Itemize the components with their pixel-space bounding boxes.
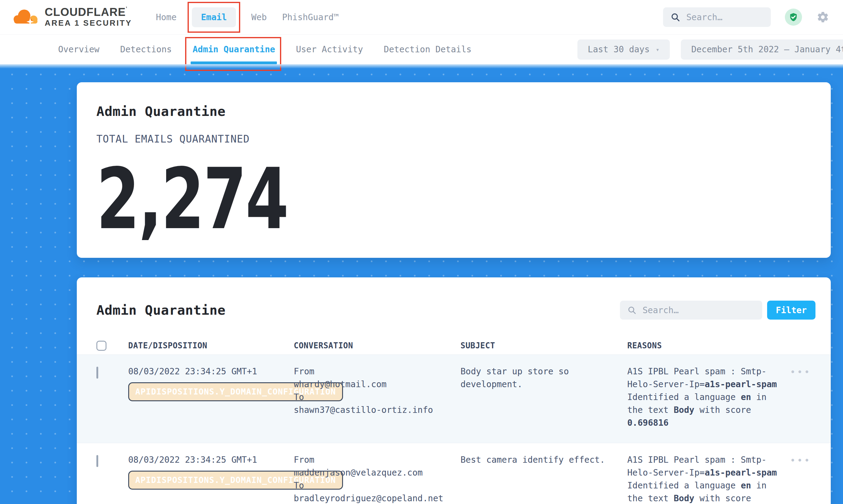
column-header-date-disposition: DATE/DISPOSITION (128, 341, 294, 350)
summary-card: Admin Quarantine TOTAL EMAILS QUARANTINE… (77, 82, 831, 258)
tab-admin-quarantine[interactable]: Admin Quarantine (192, 44, 276, 55)
conversation-cell: From whardy@hotmail.com To shawn37@casti… (294, 365, 460, 429)
select-all-checkbox[interactable] (96, 341, 106, 351)
table-body: 08/03/2022 23:34:25 GMT+1 APIDISPOSITION… (77, 355, 831, 504)
date-controls: Last 30 days ▾ December 5th 2022 — Janua… (577, 39, 843, 60)
nav-item-email-wrap: Email (192, 7, 236, 27)
row-checkbox[interactable] (96, 367, 98, 379)
tab-user-activity[interactable]: User Activity (295, 44, 364, 55)
nav-item-home[interactable]: Home (156, 12, 177, 22)
from-address: maddenjason@velazquez.com (294, 466, 460, 479)
section-tabs: Overview Detections Admin Quarantine Use… (57, 44, 472, 55)
table-row: 08/03/2022 23:34:25 GMT+1 APIDISPOSITION… (77, 443, 831, 504)
table-header-row: DATE/DISPOSITION CONVERSATION SUBJECT RE… (77, 337, 831, 355)
date-disposition-cell: 08/03/2022 23:34:25 GMT+1 APIDISPOSITION… (128, 365, 294, 429)
cloudflare-cloud-icon (12, 8, 40, 26)
top-nav: CLOUDFLARE’ AREA 1 SECURITY Home Email W… (0, 0, 843, 35)
shield-check-icon (789, 12, 798, 22)
subject-cell: Body star up store so development. (460, 365, 617, 429)
column-header-reasons: REASONS (627, 341, 780, 350)
gear-icon (816, 11, 829, 23)
from-label: From (294, 453, 460, 466)
global-search[interactable] (663, 7, 771, 27)
trademark-mark: ’ (126, 6, 127, 11)
search-icon (670, 12, 680, 22)
column-header-conversation: CONVERSATION (294, 341, 460, 350)
row-actions-button[interactable]: ••• (790, 365, 811, 377)
section-nav: Overview Detections Admin Quarantine Use… (0, 35, 843, 64)
conversation-cell: From maddenjason@velazquez.com To bradle… (294, 453, 460, 504)
metric-label: TOTAL EMAILS QUARANTINED (96, 133, 811, 145)
row-date: 08/03/2022 23:34:25 GMT+1 (128, 365, 294, 378)
global-search-input[interactable] (686, 12, 763, 22)
chevron-down-icon: ▾ (656, 46, 660, 53)
date-disposition-cell: 08/03/2022 23:34:25 GMT+1 APIDISPOSITION… (128, 453, 294, 504)
row-actions-button[interactable]: ••• (790, 453, 811, 465)
date-range-button[interactable]: December 5th 2022 — January 4th 2023 (681, 39, 843, 60)
period-dropdown-label: Last 30 days (588, 44, 650, 54)
annotation-box-email (188, 2, 240, 33)
table-card-header: Admin Quarantine Filter (77, 301, 831, 320)
cloudflare-logo: CLOUDFLARE’ AREA 1 SECURITY (12, 6, 132, 28)
reasons-cell: A1S IPBL Pearl spam : Smtp-Helo-Server-I… (627, 453, 780, 504)
to-address: shawn37@castillo-ortiz.info (294, 404, 460, 416)
table-card-title: Admin Quarantine (96, 303, 226, 318)
table-search-input[interactable] (643, 305, 755, 315)
row-checkbox[interactable] (96, 455, 98, 467)
row-date: 08/03/2022 23:34:25 GMT+1 (128, 453, 294, 466)
to-address: bradleyrodriguez@copeland.net (294, 492, 460, 504)
top-nav-items: Home Email Web PhishGuard™ (156, 7, 339, 27)
top-nav-right (663, 7, 829, 27)
date-range-label: December 5th 2022 — January 4th 2023 (691, 44, 843, 54)
account-status-badge[interactable] (785, 8, 802, 26)
annotation-box-admin-quarantine (185, 37, 281, 71)
tab-detections[interactable]: Detections (120, 44, 173, 55)
settings-button[interactable] (816, 11, 829, 24)
nav-item-phishguard[interactable]: PhishGuard™ (282, 12, 339, 22)
brand-subname: AREA 1 SECURITY (45, 18, 132, 28)
table-row: 08/03/2022 23:34:25 GMT+1 APIDISPOSITION… (77, 355, 831, 443)
from-label: From (294, 365, 460, 378)
brand-name: CLOUDFLARE’ (45, 6, 132, 18)
subject-cell: Best camera identify effect. (460, 453, 617, 504)
period-dropdown[interactable]: Last 30 days ▾ (577, 39, 670, 60)
reasons-cell: A1S IPBL Pearl spam : Smtp-Helo-Server-I… (627, 365, 780, 429)
nav-item-web[interactable]: Web (251, 12, 267, 22)
tab-overview[interactable]: Overview (57, 44, 100, 55)
summary-card-title: Admin Quarantine (96, 104, 811, 119)
from-address: whardy@hotmail.com (294, 378, 460, 391)
main-content: Admin Quarantine TOTAL EMAILS QUARANTINE… (0, 64, 843, 504)
to-label: To (294, 391, 460, 404)
search-icon (627, 306, 636, 315)
tab-detection-details[interactable]: Detection Details (383, 44, 472, 55)
to-label: To (294, 479, 460, 492)
filter-button[interactable]: Filter (767, 301, 815, 320)
column-header-subject: SUBJECT (460, 341, 627, 350)
table-search[interactable] (620, 301, 762, 320)
quarantine-table-card: Admin Quarantine Filter DATE/DISPOSITION… (77, 277, 831, 504)
metric-value: 2,274 (96, 157, 626, 241)
